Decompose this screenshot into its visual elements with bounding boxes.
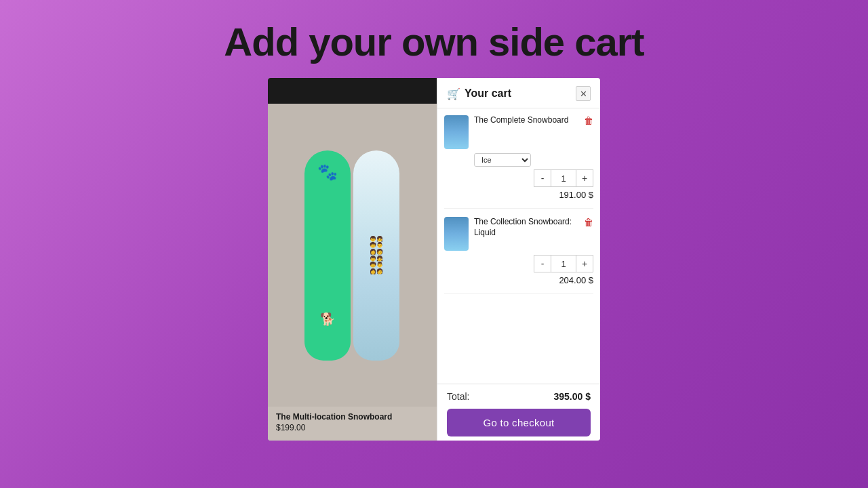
quantity-decrease-button[interactable]: - bbox=[534, 169, 551, 187]
cart-header: 🛒 Your cart ✕ bbox=[437, 78, 600, 108]
item-price: 204.00 $ bbox=[444, 275, 593, 285]
cart-item: The Complete Snowboard 🗑 Ice Powder Elec… bbox=[444, 115, 593, 209]
cart-item: The Collection Snowboard: Liquid 🗑 - + 2… bbox=[444, 217, 593, 294]
product-image-area: 👦👧🧒👨👩🧑👦👧🧒👨👩🧑 bbox=[268, 104, 437, 407]
item-thumbnail bbox=[444, 217, 469, 251]
item-thumbnail bbox=[444, 115, 469, 149]
item-variant-row: Ice Powder Electric bbox=[444, 153, 593, 167]
cart-icon: 🛒 bbox=[447, 87, 460, 100]
variant-select[interactable]: Ice Powder Electric bbox=[474, 153, 531, 167]
quantity-increase-button[interactable]: + bbox=[576, 169, 593, 187]
delete-item-button[interactable]: 🗑 bbox=[581, 217, 593, 228]
quantity-input[interactable] bbox=[551, 255, 576, 272]
snowboard-green-image bbox=[304, 150, 351, 361]
total-label: Total: bbox=[447, 391, 469, 402]
quantity-controls: - + bbox=[444, 255, 593, 272]
product-name: The Multi-location Snowboard bbox=[276, 412, 429, 422]
item-name: The Collection Snowboard: Liquid bbox=[474, 217, 581, 238]
cart-panel: 🛒 Your cart ✕ The Complete Snowboard 🗑 I… bbox=[437, 78, 600, 441]
cart-close-button[interactable]: ✕ bbox=[576, 86, 591, 101]
cart-title: Your cart bbox=[465, 87, 511, 100]
cart-items-list: The Complete Snowboard 🗑 Ice Powder Elec… bbox=[437, 108, 600, 384]
quantity-input[interactable] bbox=[551, 169, 576, 187]
total-value: 395.00 $ bbox=[554, 391, 591, 402]
cart-item-top: The Collection Snowboard: Liquid 🗑 bbox=[444, 217, 593, 251]
item-name-delete: The Collection Snowboard: Liquid 🗑 bbox=[474, 217, 593, 238]
top-bar bbox=[268, 78, 437, 104]
pixel-art: 👦👧🧒👨👩🧑👦👧🧒👨👩🧑 bbox=[367, 233, 386, 278]
item-price: 191.00 $ bbox=[444, 190, 593, 200]
item-name-delete: The Complete Snowboard 🗑 bbox=[474, 115, 593, 126]
page-title: Add your own side cart bbox=[224, 19, 644, 64]
cart-footer: Total: 395.00 $ Go to checkout bbox=[437, 384, 600, 441]
product-info: The Multi-location Snowboard $199.00 bbox=[268, 407, 437, 441]
cart-item-top: The Complete Snowboard 🗑 bbox=[444, 115, 593, 149]
delete-item-button[interactable]: 🗑 bbox=[581, 115, 593, 126]
product-side: 👦👧🧒👨👩🧑👦👧🧒👨👩🧑 The Multi-location Snowboar… bbox=[268, 78, 437, 441]
total-row: Total: 395.00 $ bbox=[447, 391, 591, 402]
item-name: The Complete Snowboard bbox=[474, 115, 581, 126]
quantity-decrease-button[interactable]: - bbox=[534, 255, 551, 272]
product-price: $199.00 bbox=[276, 423, 429, 432]
snowboard-pixel-image: 👦👧🧒👨👩🧑👦👧🧒👨👩🧑 bbox=[353, 150, 399, 361]
main-content-area: 👦👧🧒👨👩🧑👦👧🧒👨👩🧑 The Multi-location Snowboar… bbox=[268, 78, 600, 441]
quantity-increase-button[interactable]: + bbox=[576, 255, 593, 272]
cart-title-group: 🛒 Your cart bbox=[447, 87, 511, 100]
checkout-button[interactable]: Go to checkout bbox=[447, 409, 591, 436]
quantity-controls: - + bbox=[444, 169, 593, 187]
